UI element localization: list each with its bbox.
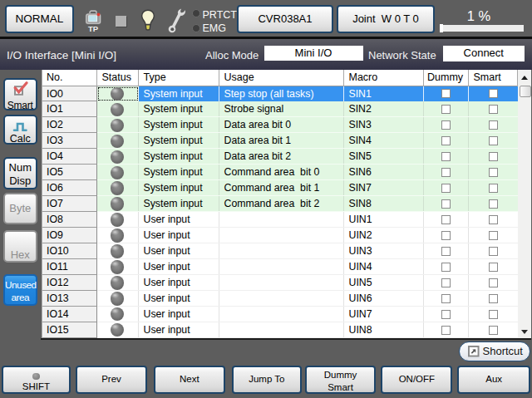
svg-text:TP: TP <box>88 24 99 33</box>
